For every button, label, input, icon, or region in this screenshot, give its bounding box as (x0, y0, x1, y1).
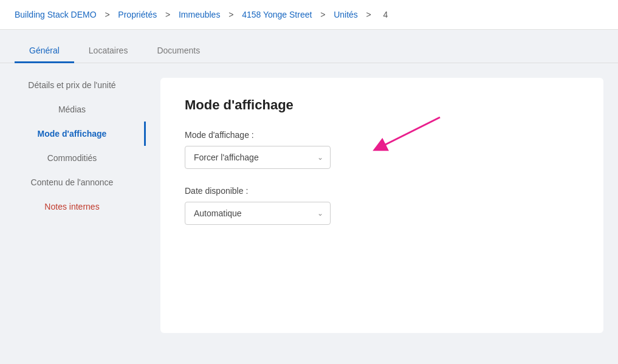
tab-locataires[interactable]: Locataires (74, 39, 143, 63)
breadcrumb-sep-5: > (364, 10, 374, 19)
sidebar-item-mode-affichage[interactable]: Mode d'affichage (0, 122, 146, 146)
field2-select[interactable]: Automatique Personnalisée (185, 202, 331, 225)
breadcrumb-sep-1: > (103, 10, 112, 19)
field2-select-wrapper: Automatique Personnalisée ⌄ (185, 202, 331, 225)
breadcrumb-sep-2: > (163, 10, 173, 19)
content-card: Mode d'affichage Mode d'affichage : Forc… (160, 78, 603, 333)
breadcrumb-address[interactable]: 4158 Yonge Street (242, 10, 312, 19)
tabs-bar: Général Locataires Documents (0, 30, 618, 63)
tab-general[interactable]: Général (15, 39, 74, 63)
breadcrumb-proprietes[interactable]: Propriétés (118, 10, 157, 19)
sidebar-item-details[interactable]: Détails et prix de l'unité (0, 73, 146, 97)
field1-select-wrapper: Forcer l'affichage Automatique Masquer ⌄ (185, 146, 331, 169)
sidebar: Détails et prix de l'unité Médias Mode d… (0, 63, 146, 355)
content-area: Mode d'affichage Mode d'affichage : Forc… (146, 63, 618, 355)
breadcrumb-sep-4: > (318, 10, 328, 19)
field1-label: Mode d'affichage : (185, 130, 579, 140)
tab-documents[interactable]: Documents (142, 39, 215, 63)
sidebar-item-medias[interactable]: Médias (0, 97, 146, 122)
breadcrumb: Building Stack DEMO > Propriétés > Immeu… (0, 0, 618, 30)
field2-label: Date disponible : (185, 186, 579, 196)
breadcrumb-sep-3: > (226, 10, 236, 19)
breadcrumb-current: 4 (383, 10, 388, 19)
breadcrumb-unites[interactable]: Unités (334, 10, 358, 19)
arrow-annotation (367, 111, 464, 172)
breadcrumb-immeubles[interactable]: Immeubles (179, 10, 220, 19)
breadcrumb-building-stack[interactable]: Building Stack DEMO (15, 10, 97, 19)
field1-select[interactable]: Forcer l'affichage Automatique Masquer (185, 146, 331, 169)
section-title: Mode d'affichage (185, 97, 579, 113)
sidebar-item-contenu[interactable]: Contenu de l'annonce (0, 170, 146, 194)
sidebar-item-notes[interactable]: Notes internes (0, 194, 146, 219)
sidebar-item-commodites[interactable]: Commoditiés (0, 146, 146, 170)
main-layout: Détails et prix de l'unité Médias Mode d… (0, 63, 618, 355)
